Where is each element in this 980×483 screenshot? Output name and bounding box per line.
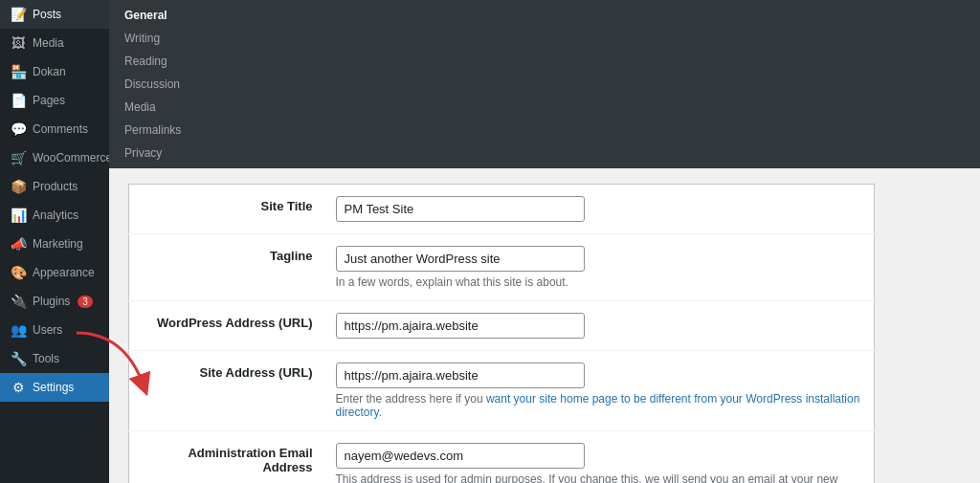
sidebar-item-settings[interactable]: ⚙ Settings (0, 373, 109, 402)
pages-icon: 📄 (10, 93, 27, 108)
submenu-item-media[interactable]: Media (109, 96, 980, 119)
sidebar-item-plugins[interactable]: 🔌 Plugins 3 (0, 287, 109, 316)
tagline-cell: In a few words, explain what this site i… (330, 234, 875, 301)
row-wp-address: WordPress Address (URL) (129, 301, 875, 351)
sidebar-label-media: Media (33, 36, 64, 50)
sidebar-label-posts: Posts (33, 8, 61, 21)
sidebar-item-woocommerce[interactable]: 🛒 WooCommerce (0, 143, 109, 172)
site-address-input[interactable] (336, 362, 585, 388)
sidebar-item-analytics[interactable]: 📊 Analytics (0, 201, 109, 230)
marketing-icon: 📣 (10, 236, 27, 252)
sidebar-item-media[interactable]: 🖼 Media (0, 29, 109, 57)
sidebar-label-analytics: Analytics (33, 209, 78, 222)
settings-wrap: Site Title Tagline In a few words, expla… (109, 168, 894, 483)
admin-email-desc: This address is used for admin purposes.… (336, 472, 863, 483)
sidebar-item-tools[interactable]: 🔧 Tools (0, 344, 109, 373)
sidebar: 📝 Posts 🖼 Media 🏪 Dokan 📄 Pages 💬 Commen… (0, 0, 109, 483)
settings-icon: ⚙ (10, 380, 27, 395)
site-title-input[interactable] (336, 196, 585, 222)
users-icon: 👥 (10, 322, 27, 338)
woocommerce-icon: 🛒 (10, 150, 27, 165)
site-address-label: Site Address (URL) (129, 351, 330, 431)
sidebar-label-dokan: Dokan (33, 65, 66, 78)
sidebar-label-comments: Comments (33, 122, 88, 136)
submenu-item-privacy[interactable]: Privacy (109, 142, 980, 165)
admin-email-cell: This address is used for admin purposes.… (330, 431, 875, 484)
analytics-icon: 📊 (10, 208, 27, 223)
submenu-item-permalinks[interactable]: Permalinks (109, 119, 980, 142)
tools-icon: 🔧 (10, 351, 27, 366)
sidebar-item-pages[interactable]: 📄 Pages (0, 86, 109, 115)
sidebar-label-settings: Settings (33, 381, 74, 394)
sidebar-item-posts[interactable]: 📝 Posts (0, 0, 109, 29)
sidebar-label-pages: Pages (33, 94, 65, 107)
row-admin-email: Administration Email Address This addres… (129, 431, 875, 484)
sidebar-item-dokan[interactable]: 🏪 Dokan (0, 57, 109, 86)
plugins-icon: 🔌 (10, 294, 27, 309)
submenu-item-writing[interactable]: Writing (109, 27, 980, 50)
wp-address-input[interactable] (336, 313, 585, 339)
site-address-cell: Enter the address here if you want your … (330, 351, 875, 431)
submenu: GeneralWritingReadingDiscussionMediaPerm… (109, 0, 980, 168)
submenu-item-reading[interactable]: Reading (109, 50, 980, 73)
wp-address-cell (330, 301, 875, 351)
sidebar-label-woocommerce: WooCommerce (33, 151, 109, 165)
media-icon: 🖼 (10, 35, 27, 51)
posts-icon: 📝 (10, 7, 27, 22)
admin-email-label: Administration Email Address (129, 431, 330, 484)
settings-table: Site Title Tagline In a few words, expla… (128, 184, 875, 483)
sidebar-item-marketing[interactable]: 📣 Marketing (0, 230, 109, 258)
sidebar-item-comments[interactable]: 💬 Comments (0, 115, 109, 143)
site-address-post: . (379, 406, 382, 419)
products-icon: 📦 (10, 179, 27, 194)
row-tagline: Tagline In a few words, explain what thi… (129, 234, 875, 301)
sidebar-item-users[interactable]: 👥 Users (0, 316, 109, 344)
tagline-desc: In a few words, explain what this site i… (336, 275, 863, 289)
sidebar-label-appearance: Appearance (33, 266, 95, 279)
dokan-icon: 🏪 (10, 64, 27, 79)
site-title-cell (330, 185, 875, 234)
appearance-icon: 🎨 (10, 265, 27, 280)
row-site-address: Site Address (URL) Enter the address her… (129, 351, 875, 431)
badge-plugins: 3 (78, 296, 93, 308)
sidebar-label-tools: Tools (33, 352, 59, 365)
row-site-title: Site Title (129, 185, 875, 234)
wp-address-label: WordPress Address (URL) (129, 301, 330, 351)
main-content: GeneralWritingReadingDiscussionMediaPerm… (109, 0, 980, 483)
comments-icon: 💬 (10, 121, 27, 137)
sidebar-label-products: Products (33, 180, 78, 193)
site-title-label: Site Title (129, 185, 330, 234)
sidebar-item-products[interactable]: 📦 Products (0, 172, 109, 201)
sidebar-label-plugins: Plugins (33, 295, 70, 308)
submenu-item-general[interactable]: General (109, 4, 980, 27)
sidebar-label-marketing: Marketing (33, 237, 83, 251)
sidebar-label-users: Users (33, 323, 62, 337)
tagline-label: Tagline (129, 234, 330, 301)
site-address-desc: Enter the address here if you want your … (336, 392, 863, 419)
admin-email-desc-pre: This address is used for admin purposes.… (336, 472, 838, 483)
admin-email-input[interactable] (336, 443, 585, 469)
tagline-input[interactable] (336, 246, 585, 272)
sidebar-item-appearance[interactable]: 🎨 Appearance (0, 258, 109, 287)
site-address-pre: Enter the address here if you (336, 392, 486, 406)
submenu-item-discussion[interactable]: Discussion (109, 73, 980, 96)
